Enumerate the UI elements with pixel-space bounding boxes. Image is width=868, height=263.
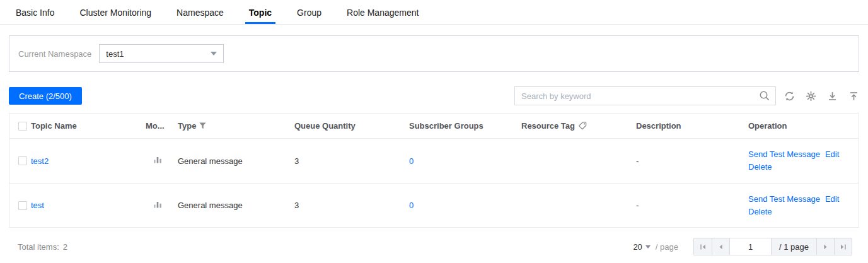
col-resource-tag-label: Resource Tag — [521, 121, 575, 131]
description-cell: - — [636, 139, 748, 183]
search-icon[interactable] — [759, 90, 770, 102]
namespace-select[interactable]: test1 — [99, 44, 224, 63]
first-page-button[interactable] — [694, 238, 712, 255]
operation-links: Send Test Message Edit Delete — [748, 193, 852, 218]
total-items-count: 2 — [63, 242, 67, 252]
table-row: test General message 3 0 - Send Test Mes… — [9, 183, 859, 227]
col-subscriber-groups: Subscriber Groups — [409, 114, 521, 138]
chevron-down-icon — [645, 245, 651, 248]
col-monitor: Mo... — [146, 114, 178, 138]
page-number-input[interactable] — [729, 238, 771, 255]
col-operation: Operation — [748, 114, 859, 138]
topic-type: General message — [178, 139, 294, 183]
delete-link[interactable]: Delete — [748, 206, 772, 218]
resource-tag-cell — [521, 139, 636, 183]
delete-link[interactable]: Delete — [748, 161, 772, 173]
col-description: Description — [636, 114, 748, 138]
topic-table: Topic Name Mo... Type Queue Quantity Sub… — [9, 113, 859, 228]
filter-funnel-icon[interactable] — [199, 122, 206, 129]
tab-cluster-monitoring[interactable]: Cluster Monitoring — [76, 6, 155, 24]
tab-group[interactable]: Group — [293, 6, 325, 24]
row-checkbox[interactable] — [18, 201, 27, 210]
back-to-top-icon[interactable] — [848, 91, 859, 102]
tab-bar: Basic Info Cluster Monitoring Namespace … — [0, 6, 868, 25]
toolbar: Create (2/500) — [9, 86, 859, 105]
last-page-button[interactable] — [834, 238, 852, 255]
subscriber-groups-link[interactable]: 0 — [409, 156, 414, 166]
send-test-message-link[interactable]: Send Test Message — [748, 193, 820, 206]
table-row: test2 General message 3 0 - Send Test Me… — [9, 139, 859, 183]
col-topic-name: Topic Name — [31, 114, 146, 138]
total-items: Total items: 2 — [18, 242, 67, 252]
topic-type: General message — [178, 184, 294, 227]
per-page-label: / page — [656, 242, 678, 252]
total-items-label: Total items: — [18, 242, 59, 252]
topic-name-link[interactable]: test2 — [31, 156, 49, 166]
edit-link[interactable]: Edit — [825, 193, 839, 206]
refresh-icon[interactable] — [784, 91, 795, 102]
next-page-button[interactable] — [816, 238, 834, 255]
monitor-bar-chart-icon[interactable] — [153, 201, 162, 211]
tab-basic-info[interactable]: Basic Info — [12, 6, 58, 24]
resource-tag-cell — [521, 184, 636, 227]
tab-namespace[interactable]: Namespace — [173, 6, 228, 24]
tag-icon[interactable] — [578, 121, 587, 131]
pager: / 1 page — [693, 238, 852, 255]
col-queue-quantity: Queue Quantity — [294, 114, 409, 138]
pagination: 20 / page / 1 page — [633, 238, 852, 255]
tab-role-management[interactable]: Role Management — [343, 6, 422, 24]
tab-topic[interactable]: Topic — [245, 6, 275, 24]
subscriber-groups-link[interactable]: 0 — [409, 201, 414, 210]
col-resource-tag: Resource Tag — [521, 114, 636, 138]
edit-link[interactable]: Edit — [825, 148, 839, 161]
row-checkbox[interactable] — [18, 156, 27, 165]
monitor-bar-chart-icon[interactable] — [153, 156, 162, 166]
table-tool-icons — [784, 91, 859, 102]
search-input[interactable] — [515, 87, 775, 105]
chevron-down-icon — [211, 52, 217, 56]
col-type: Type — [178, 114, 294, 138]
col-type-label: Type — [178, 121, 196, 131]
namespace-select-value: test1 — [106, 49, 124, 59]
search-box — [514, 86, 776, 105]
create-button[interactable]: Create (2/500) — [9, 87, 82, 105]
description-cell: - — [636, 184, 748, 227]
select-all-checkbox[interactable] — [18, 122, 27, 131]
page-size-select[interactable]: 20 / page — [633, 242, 678, 252]
namespace-panel: Current Namespace test1 — [9, 35, 859, 72]
queue-quantity: 3 — [294, 139, 409, 183]
page-total-label: / 1 page — [771, 238, 816, 255]
prev-page-button[interactable] — [712, 238, 729, 255]
queue-quantity: 3 — [294, 184, 409, 227]
table-footer: Total items: 2 20 / page / 1 page — [9, 228, 859, 255]
settings-gear-icon[interactable] — [806, 91, 816, 102]
page-size-value: 20 — [633, 242, 642, 252]
download-icon[interactable] — [827, 91, 838, 102]
topic-name-link[interactable]: test — [31, 201, 44, 210]
table-header-row: Topic Name Mo... Type Queue Quantity Sub… — [9, 114, 859, 139]
operation-links: Send Test Message Edit Delete — [748, 148, 852, 173]
namespace-label: Current Namespace — [18, 49, 91, 59]
send-test-message-link[interactable]: Send Test Message — [748, 148, 820, 161]
